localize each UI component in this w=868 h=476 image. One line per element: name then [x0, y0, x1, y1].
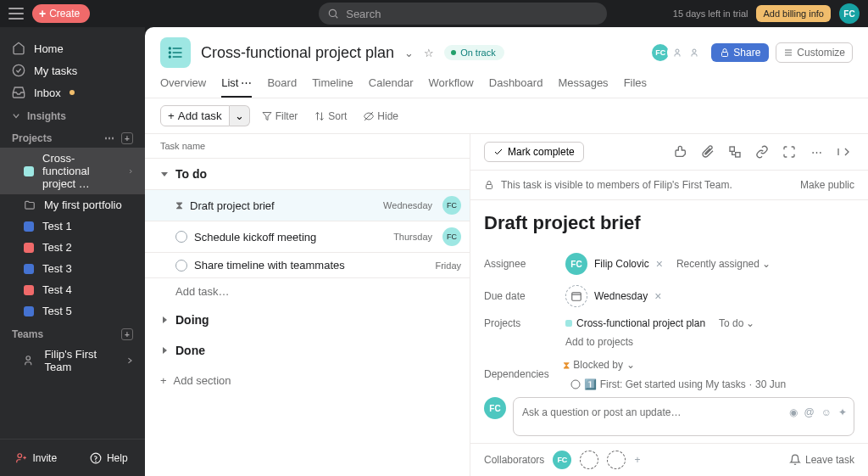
- mention-icon[interactable]: @: [804, 406, 815, 418]
- tab-list[interactable]: List⋯: [221, 76, 252, 98]
- create-button[interactable]: +Create: [32, 4, 90, 23]
- eye-off-icon: [364, 111, 374, 121]
- projects-header[interactable]: Projects⋯+: [0, 126, 145, 148]
- nav-inbox[interactable]: Inbox: [0, 81, 145, 104]
- add-team-icon[interactable]: +: [121, 328, 133, 340]
- filter-button[interactable]: Filter: [257, 107, 303, 126]
- task-assignee[interactable]: FC: [442, 196, 461, 215]
- team-item[interactable]: Filip's First Team: [0, 344, 145, 378]
- project-menu-chevron[interactable]: ⌄: [404, 47, 414, 59]
- project-item[interactable]: Test 1: [0, 216, 145, 237]
- star-icon[interactable]: ✦: [838, 406, 847, 418]
- project-label: Test 5: [42, 305, 72, 317]
- add-task-button[interactable]: +Add task: [160, 105, 230, 126]
- mark-complete-button[interactable]: Mark complete: [484, 142, 584, 162]
- tab-overview[interactable]: Overview: [160, 76, 206, 98]
- customize-button[interactable]: Customize: [776, 42, 853, 63]
- project-item[interactable]: Test 5: [0, 300, 145, 322]
- blocked-by-dropdown[interactable]: ⧗Blocked by ⌄: [562, 358, 636, 372]
- add-section-button[interactable]: +Add section: [145, 366, 470, 395]
- add-task-row[interactable]: Add task…: [145, 277, 470, 305]
- complete-checkbox[interactable]: [175, 231, 187, 243]
- add-collaborator-icon[interactable]: [580, 451, 598, 469]
- add-task-dropdown[interactable]: ⌄: [230, 105, 250, 126]
- task-row[interactable]: Share timeline with teammatesFriday: [145, 252, 470, 277]
- user-avatar[interactable]: FC: [839, 3, 860, 24]
- project-status[interactable]: On track: [444, 45, 504, 60]
- project-label: My first portfolio: [44, 199, 122, 211]
- tab-messages[interactable]: Messages: [558, 76, 608, 98]
- insights-header[interactable]: Insights: [0, 104, 145, 126]
- svg-rect-22: [730, 147, 734, 151]
- hide-button[interactable]: Hide: [359, 107, 403, 126]
- add-collaborator-icon[interactable]: [607, 451, 626, 469]
- assignee-avatar[interactable]: FC: [565, 253, 587, 275]
- tab-files[interactable]: Files: [624, 76, 647, 98]
- more-icon[interactable]: ⋯: [805, 141, 827, 163]
- add-project-icon[interactable]: +: [121, 132, 133, 144]
- subtask-icon[interactable]: [724, 141, 746, 163]
- fullscreen-icon[interactable]: [778, 141, 800, 163]
- project-item[interactable]: Test 2: [0, 237, 145, 258]
- project-item[interactable]: My first portfolio: [0, 194, 145, 216]
- link-icon[interactable]: [751, 141, 773, 163]
- record-icon[interactable]: ◉: [789, 406, 798, 418]
- section-header[interactable]: Doing: [145, 305, 470, 335]
- section-dropdown[interactable]: To do ⌄: [719, 317, 754, 329]
- collaborator-avatar[interactable]: FC: [553, 451, 571, 469]
- dependency-task[interactable]: 1️⃣ First: Get started using My tasks · …: [570, 378, 786, 390]
- tab-dashboard[interactable]: Dashboard: [489, 76, 543, 98]
- home-icon: [12, 42, 25, 55]
- teams-header[interactable]: Teams+: [0, 322, 145, 344]
- add-to-projects-button[interactable]: Add to projects: [565, 336, 854, 348]
- invite-label: Invite: [32, 452, 57, 464]
- attachment-icon[interactable]: [697, 141, 719, 163]
- svg-point-27: [571, 380, 580, 389]
- svg-point-16: [693, 49, 696, 53]
- column-header: Task name: [145, 134, 470, 159]
- sort-button[interactable]: Sort: [309, 107, 352, 126]
- assignee-mode-dropdown[interactable]: Recently assigned ⌄: [676, 258, 771, 270]
- add-member-icon[interactable]: [684, 42, 704, 63]
- menu-toggle[interactable]: [8, 8, 24, 20]
- task-row[interactable]: Schedule kickoff meetingThursdayFC: [145, 221, 470, 252]
- share-button[interactable]: Share: [711, 43, 769, 62]
- leave-task-button[interactable]: Leave task: [789, 454, 854, 466]
- remove-due-icon[interactable]: ×: [654, 289, 661, 303]
- help-button[interactable]: Help: [73, 452, 146, 464]
- star-icon[interactable]: ☆: [424, 47, 434, 59]
- complete-checkbox[interactable]: [175, 260, 187, 272]
- project-item[interactable]: Test 3: [0, 258, 145, 279]
- project-item[interactable]: Test 4: [0, 279, 145, 300]
- tab-workflow[interactable]: Workflow: [429, 76, 474, 98]
- remove-assignee-icon[interactable]: ×: [656, 257, 663, 271]
- task-title[interactable]: Draft project brief: [484, 212, 854, 234]
- comment-input[interactable]: Ask a question or post an update… ◉ @ ☺ …: [513, 397, 854, 436]
- task-assignee[interactable]: FC: [442, 227, 461, 246]
- section-header[interactable]: Done: [145, 335, 470, 366]
- project-pill[interactable]: Cross-functional project plan: [565, 317, 705, 329]
- billing-button[interactable]: Add billing info: [756, 5, 831, 22]
- calendar-icon[interactable]: [565, 285, 587, 307]
- due-date-value[interactable]: Wednesday: [594, 290, 648, 302]
- make-public-button[interactable]: Make public: [800, 179, 854, 191]
- section-header[interactable]: To do: [145, 159, 470, 189]
- project-label: Test 3: [42, 262, 72, 275]
- tab-calendar[interactable]: Calendar: [369, 76, 414, 98]
- project-item[interactable]: Cross-functional project …: [0, 148, 145, 194]
- like-icon[interactable]: [670, 141, 692, 163]
- add-collaborator-plus[interactable]: +: [634, 454, 640, 466]
- close-panel-icon[interactable]: [832, 141, 854, 163]
- nav-mytasks[interactable]: My tasks: [0, 59, 145, 81]
- nav-home[interactable]: Home: [0, 37, 145, 59]
- invite-button[interactable]: Invite: [0, 452, 73, 464]
- assignee-name[interactable]: Filip Colovic: [594, 258, 649, 270]
- svg-point-15: [676, 49, 679, 53]
- search-input[interactable]: Search: [319, 3, 607, 25]
- svg-point-13: [170, 52, 171, 53]
- emoji-icon[interactable]: ☺: [821, 406, 832, 418]
- tab-timeline[interactable]: Timeline: [312, 76, 353, 98]
- search-placeholder: Search: [346, 8, 381, 20]
- task-row[interactable]: ⧗Draft project briefWednesdayFC: [145, 189, 470, 221]
- tab-board[interactable]: Board: [267, 76, 297, 98]
